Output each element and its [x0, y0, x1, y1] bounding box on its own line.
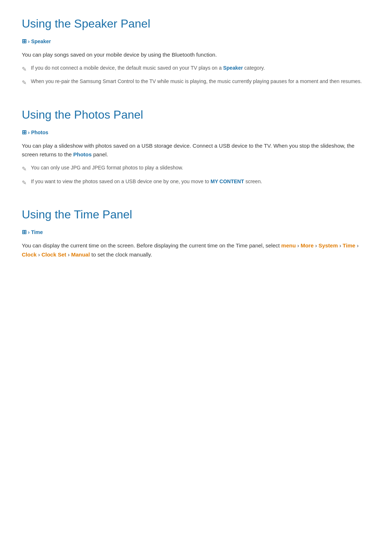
- photos-section: Using the Photos Panel ⊞ › Photos You ca…: [22, 106, 370, 187]
- menu-link: menu: [281, 242, 296, 249]
- list-item: ✎ You can only use JPG and JPEG format p…: [22, 164, 370, 174]
- bullet-text: If you do not connect a mobile device, t…: [31, 64, 265, 72]
- list-item: ✎ When you re-pair the Samsung Smart Con…: [22, 77, 370, 87]
- time-breadcrumb: ⊞ › Time: [22, 227, 370, 237]
- chevron-icon: ›: [28, 37, 30, 45]
- chevron-icon: ›: [28, 128, 30, 136]
- manual-link: Manual: [71, 251, 90, 258]
- speaker-breadcrumb-label: Speaker: [31, 37, 51, 45]
- clock-link: Clock: [22, 251, 37, 258]
- speaker-body-text: You can play songs saved on your mobile …: [22, 50, 370, 59]
- more-link: More: [301, 242, 314, 249]
- chevron-separator: ›: [38, 251, 41, 258]
- time-link: Time: [343, 242, 355, 249]
- photos-body-text: You can play a slideshow with photos sav…: [22, 141, 370, 160]
- chevron-separator: ›: [357, 242, 359, 249]
- photos-bullet-list: ✎ You can only use JPG and JPEG format p…: [22, 164, 370, 187]
- speaker-section: Using the Speaker Panel ⊞ › Speaker You …: [22, 15, 370, 87]
- photos-title: Using the Photos Panel: [22, 106, 370, 124]
- chevron-separator: ›: [315, 242, 318, 249]
- home-icon: ⊞: [22, 37, 26, 46]
- trailing-text: to set the clock manually.: [91, 251, 152, 258]
- chevron-separator: ›: [68, 251, 71, 258]
- time-title: Using the Time Panel: [22, 205, 370, 224]
- pencil-icon: ✎: [22, 178, 26, 188]
- pencil-icon: ✎: [22, 65, 26, 74]
- pencil-icon: ✎: [22, 164, 26, 174]
- pencil-icon: ✎: [22, 78, 26, 87]
- chevron-separator: ›: [339, 242, 343, 249]
- photos-breadcrumb: ⊞ › Photos: [22, 128, 370, 137]
- clock-set-link: Clock Set: [41, 251, 66, 258]
- my-content-highlight: MY CONTENT: [211, 178, 244, 184]
- photos-breadcrumb-label: Photos: [31, 128, 48, 136]
- speaker-highlight: Speaker: [223, 65, 243, 71]
- chevron-separator: ›: [297, 242, 301, 249]
- photos-highlight: Photos: [73, 151, 92, 157]
- time-breadcrumb-label: Time: [31, 228, 43, 236]
- bullet-text: When you re-pair the Samsung Smart Contr…: [31, 77, 362, 85]
- system-link: System: [318, 242, 338, 249]
- speaker-bullet-list: ✎ If you do not connect a mobile device,…: [22, 64, 370, 87]
- list-item: ✎ If you want to view the photos saved o…: [22, 177, 370, 188]
- bullet-text: You can only use JPG and JPEG format pho…: [31, 164, 183, 172]
- list-item: ✎ If you do not connect a mobile device,…: [22, 64, 370, 74]
- speaker-title: Using the Speaker Panel: [22, 15, 370, 33]
- speaker-breadcrumb: ⊞ › Speaker: [22, 37, 370, 46]
- time-section: Using the Time Panel ⊞ › Time You can di…: [22, 205, 370, 259]
- home-icon: ⊞: [22, 128, 26, 137]
- chevron-icon: ›: [28, 228, 30, 236]
- home-icon: ⊞: [22, 227, 26, 237]
- time-body-text: You can display the current time on the …: [22, 241, 370, 259]
- bullet-text: If you want to view the photos saved on …: [31, 177, 262, 185]
